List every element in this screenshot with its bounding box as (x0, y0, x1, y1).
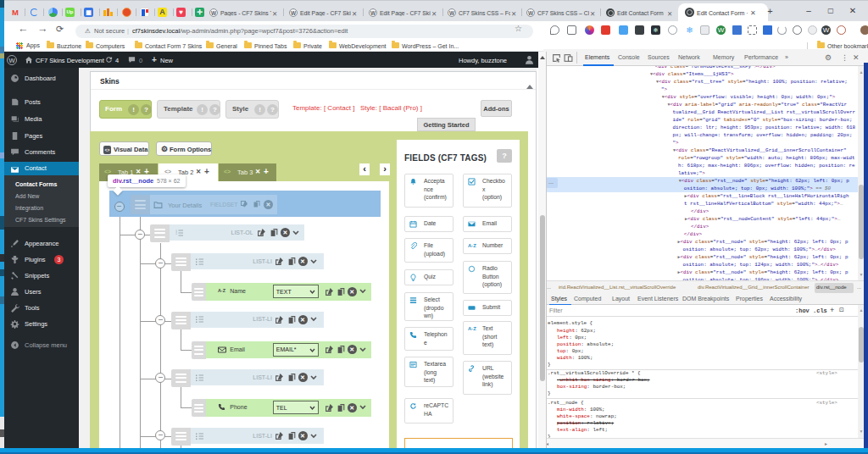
svg-text:A·Z: A·Z (468, 326, 476, 331)
svg-text:A·Z: A·Z (468, 243, 476, 248)
svg-text:2: 2 (175, 231, 177, 235)
